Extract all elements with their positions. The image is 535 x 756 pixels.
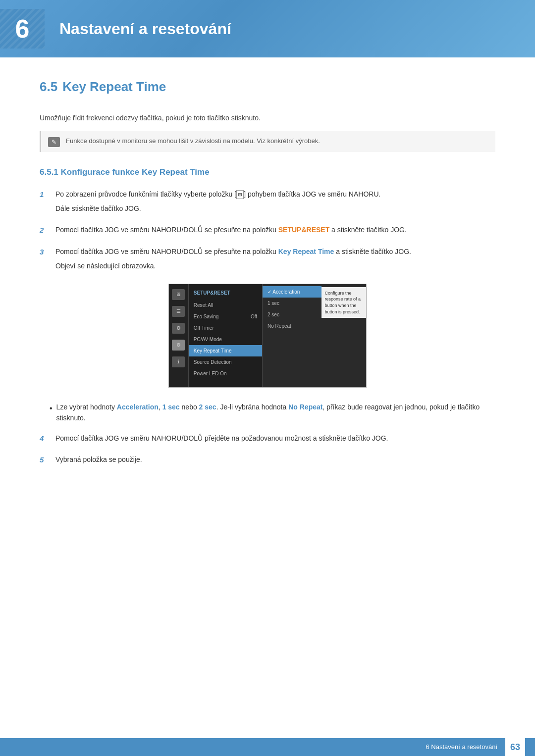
step-content-2: Pomocí tlačítka JOG ve směru NAHORU/DOLŮ… [55,224,495,236]
scr-menu-item-key-repeat: Key Repeat Time [189,345,262,356]
step-content-4: Pomocí tlačítka JOG ve směru NAHORU/DOLŮ… [55,433,495,444]
chapter-number: 6 [15,9,30,48]
page-number: 63 [505,738,525,756]
bullet-dot: • [50,402,53,424]
step-number-4: 4 [40,433,49,445]
subsection-title-text: Konfigurace funkce Key Repeat Time [61,167,210,177]
step-1-sub: Dále stiskněte tlačítko JOG. [55,203,495,214]
screenshot-tooltip: Configure the response rate of a button … [321,287,366,318]
screenshot-menu: SETUP&RESET Reset All Eco SavingOff Off … [189,284,263,387]
screenshot: 🖥 ☰ ⚙ ⚙ ℹ SETUP&RESET Reset All Eco Savi… [168,284,367,388]
scr-submenu-no-repeat: No Repeat [263,320,321,332]
step-content-1: Po zobrazení průvodce funkčními tlačítky… [55,189,495,214]
bullet-list: • Lze vybrat hodnoty Acceleration, 1 sec… [50,402,495,424]
step-number-1: 1 [40,189,49,201]
step-number-3: 3 [40,247,49,258]
screenshot-submenu: Acceleration 1 sec 2 sec No Repeat [263,284,321,387]
scr-submenu-2sec: 2 sec [263,309,321,320]
scr-submenu-1sec: 1 sec [263,298,321,309]
scr-icon-monitor: 🖥 [172,289,185,300]
step-number-2: 2 [40,225,49,236]
scr-icon-menu: ☰ [172,306,185,317]
bullet-item-1: • Lze vybrat hodnoty Acceleration, 1 sec… [50,402,495,424]
note-text: Funkce dostupné v monitoru se mohou liši… [66,136,320,146]
step-item-3: 3 Pomocí tlačítka JOG ve směru NAHORU/DO… [40,246,495,272]
scr-menu-item-pcav-mode: PC/AV Mode [189,334,262,345]
note-box: Funkce dostupné v monitoru se mohou liši… [40,131,495,152]
section-number: 6.5 [40,79,57,94]
subsection-number: 6.5.1 [40,167,58,177]
bullet-text: Lze vybrat hodnoty Acceleration, 1 sec n… [56,402,495,424]
one-sec-label: 1 sec [162,403,180,411]
scr-menu-item-reset-all: Reset All [189,300,262,311]
section-title: 6.5Key Repeat Time [40,77,495,101]
step-content-5: Vybraná položka se použije. [55,454,495,465]
step-item-4: 4 Pomocí tlačítka JOG ve směru NAHORU/DO… [40,433,495,445]
step-item-5: 5 Vybraná položka se použije. [40,454,495,466]
page-footer: 6 Nastavení a resetování 63 [0,738,535,756]
scr-menu-item-power-led: Power LED On [189,368,262,379]
chapter-title: Nastavení a resetování [59,17,231,41]
acceleration-label: Acceleration [117,403,159,411]
scr-menu-item-eco-saving: Eco SavingOff [189,311,262,322]
step-item-1: 1 Po zobrazení průvodce funkčními tlačít… [40,189,495,214]
section-title-text: Key Repeat Time [62,79,166,94]
step-item-2: 2 Pomocí tlačítka JOG ve směru NAHORU/DO… [40,224,495,236]
note-icon [48,137,60,147]
intro-text: Umožňuje řídit frekvenci odezvy tlačítka… [40,112,495,123]
steps-list: 1 Po zobrazení průvodce funkčními tlačít… [40,189,495,272]
footer-text: 6 Nastavení a resetování [426,742,497,752]
screenshot-container: 🖥 ☰ ⚙ ⚙ ℹ SETUP&RESET Reset All Eco Savi… [40,284,495,388]
key-repeat-time-label: Key Repeat Time [278,248,334,255]
no-repeat-label: No Repeat [288,403,322,411]
scr-submenu-acceleration: Acceleration [263,286,321,298]
two-sec-label: 2 sec [199,403,216,411]
main-content: 6.5Key Repeat Time Umožňuje řídit frekve… [0,57,535,515]
scr-menu-item-source-detection: Source Detection [189,356,262,368]
step-3-sub: Objeví se následující obrazovka. [55,260,495,272]
setup-reset-label: SETUP&RESET [278,226,329,234]
step-content-3: Pomocí tlačítka JOG ve směru NAHORU/DOLŮ… [55,246,495,272]
scr-icon-info: ℹ [172,356,185,367]
scr-menu-item-off-timer: Off Timer [189,322,262,334]
subsection-title: 6.5.1 Konfigurace funkce Key Repeat Time [40,166,495,179]
chapter-number-box: 6 [0,9,45,49]
scr-menu-header: SETUP&RESET [189,287,262,300]
page-header: 6 Nastavení a resetování [0,0,535,57]
scr-icon-gear-active: ⚙ [172,340,185,351]
step-number-5: 5 [40,454,49,466]
scr-icon-settings: ⚙ [172,323,185,334]
steps-list-2: 4 Pomocí tlačítka JOG ve směru NAHORU/DO… [40,433,495,466]
screenshot-sidebar: 🖥 ☰ ⚙ ⚙ ℹ [169,284,189,387]
